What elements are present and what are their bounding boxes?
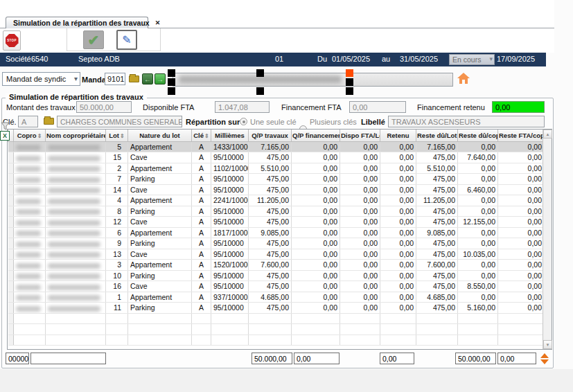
header-cle[interactable]: Clé⇕ (192, 130, 211, 141)
spinner-down-icon[interactable] (540, 359, 549, 364)
lots-table-body: 5 Appartement A 1433/10000 7.165,00 0,00… (8, 141, 545, 346)
tab-close-icon[interactable]: ✕ (155, 19, 161, 26)
table-scrollbar[interactable]: ▲ ▼ (543, 130, 552, 349)
cell-cle: A (192, 195, 211, 206)
header-qp-travaux[interactable]: Q/P travaux (249, 130, 292, 141)
table-row[interactable] (8, 335, 545, 346)
header-nature-du-lot[interactable]: Nature du lot (128, 130, 192, 141)
selection-handle-top-right[interactable] (346, 69, 353, 77)
table-row[interactable]: 3 Appartement A 1520/10000 7.600,00 0,00… (8, 260, 545, 271)
selection-handle-mid-left[interactable] (168, 78, 175, 86)
table-row[interactable]: 9 Parking A 95/10000 475,00 0,00 0,00 0,… (8, 238, 545, 249)
libelle-field[interactable]: TRAVAUX ASCENSEURS (388, 116, 545, 127)
financement-retenu-field[interactable]: 0,00 (492, 101, 545, 113)
header-retenu[interactable]: Retenu (380, 130, 416, 141)
cell-cle: A (192, 141, 211, 152)
redacted-copro-code (16, 231, 41, 236)
cell-dispo-fta-lot (340, 313, 380, 324)
table-row[interactable]: 12 Cave A 95/10000 475,00 0,00 0,00 0,00… (8, 217, 545, 228)
cell-dispo-fta-lot: 0,00 (340, 227, 380, 238)
cell-lot (106, 313, 128, 324)
table-row[interactable]: 10 Parking A 95/10000 475,00 0,00 0,00 0… (8, 270, 545, 281)
cell-nom-coproprietaire (46, 260, 106, 271)
cell-retenu (380, 313, 416, 324)
table-row[interactable] (8, 324, 545, 335)
table-row[interactable]: 15 Cave A 95/10000 475,00 0,00 0,00 0,00… (8, 152, 545, 163)
edit-button[interactable]: ✎ (116, 30, 137, 50)
header-milliemes[interactable]: Millièmes (211, 130, 249, 141)
cell-reste-du-lot: 475,00 (416, 303, 458, 314)
disponible-fta-field[interactable]: 1.047,08 (215, 101, 270, 113)
table-row[interactable]: 5 Appartement A 1433/10000 7.165,00 0,00… (8, 141, 545, 152)
table-row[interactable]: 1 Appartement A 937/10000 4.685,00 0,00 … (8, 292, 545, 303)
header-reste-du-cop[interactable]: Reste dû/cop (458, 130, 498, 141)
cell-reste-du-lot: 4.685,00 (416, 292, 458, 303)
header-lot[interactable]: Lot⇕ (106, 130, 128, 141)
table-row[interactable]: 7 Parking A 95/10000 475,00 0,00 0,00 0,… (8, 174, 545, 185)
status-select[interactable]: En cours ▾ (449, 54, 495, 65)
table-row[interactable]: 14 Cave A 95/10000 475,00 0,00 0,00 0,00… (8, 184, 545, 195)
tab-simulation-repartition[interactable]: Simulation de la répartition des travaux… (6, 17, 148, 28)
row-selector-cell (8, 249, 14, 260)
footer-spinner[interactable] (540, 352, 549, 366)
previous-mandat-button[interactable]: ← (142, 73, 153, 84)
radio-une-seule-cle[interactable] (240, 118, 247, 125)
table-row[interactable]: 16 Cave A 95/10000 475,00 0,00 0,00 0,00… (8, 281, 545, 292)
header-nom-coproprietaire[interactable]: Nom copropriétaire⇕ (46, 130, 106, 141)
cle-code-field[interactable]: A (18, 116, 38, 127)
table-row[interactable] (8, 313, 545, 324)
folder-icon (129, 75, 139, 82)
cell-reste-du-lot: 475,00 (416, 249, 458, 260)
scroll-up-icon[interactable]: ▲ (543, 130, 552, 139)
repartition-label: Répartition sur (186, 118, 240, 126)
mandat-number-input[interactable]: 9101 (105, 73, 125, 85)
table-row[interactable]: 6 Appartement A 1817/10000 9.085,00 0,00… (8, 227, 545, 238)
cell-dispo-fta-lot: 0,00 (340, 152, 380, 163)
cell-copro (14, 313, 46, 324)
mandat-browse-button[interactable] (127, 73, 141, 85)
cell-nature-du-lot: Parking (128, 206, 192, 217)
header-copro[interactable]: Copro⇕ (14, 130, 46, 141)
cle-browse-button[interactable] (42, 115, 55, 127)
cell-cle: A (192, 281, 211, 292)
cell-qp-travaux: 7.165,00 (249, 141, 292, 152)
selection-handle-top-left[interactable] (168, 69, 175, 77)
selection-handle-bottom-left[interactable] (168, 87, 175, 95)
footer-name-field[interactable] (30, 353, 106, 364)
selection-handle-bottom-mid[interactable] (256, 87, 264, 95)
table-row[interactable]: 13 Cave A 95/10000 475,00 0,00 0,00 0,00… (8, 249, 545, 260)
cell-milliemes (211, 324, 249, 335)
home-button[interactable] (456, 71, 471, 86)
header-reste-fta-cop[interactable]: Reste FTA/cop (498, 130, 545, 141)
spinner-up-icon[interactable] (540, 353, 549, 358)
next-mandat-button[interactable]: → (155, 73, 166, 84)
table-row[interactable]: 2 Appartement A 1102/10000 5.510,00 0,00… (8, 163, 545, 174)
scroll-down-icon[interactable]: ▼ (543, 340, 552, 349)
export-excel-button[interactable]: X (0, 131, 10, 141)
cell-reste-du-cop: 0,00 (458, 227, 498, 238)
header-dispo-fta-lot[interactable]: Dispo FTA/Lot (340, 130, 380, 141)
validate-button[interactable]: ✔ (83, 30, 104, 49)
lots-table: Copro⇕ Nom copropriétaire⇕ Lot⇕ Nature d… (8, 130, 545, 346)
cell-qp-financement: 0,00 (292, 163, 340, 174)
cell-cle: A (192, 163, 211, 174)
cell-copro (14, 335, 46, 346)
row-selector-cell (8, 313, 14, 324)
selection-handle-top-mid[interactable] (256, 69, 264, 77)
radio-plusieurs-cles-label: Plusieurs clés (310, 118, 357, 126)
financement-fta-field[interactable]: 0,00 (349, 101, 406, 113)
cell-qp-financement: 0,00 (292, 292, 340, 303)
header-reste-du-lot[interactable]: Reste dû/Lot (416, 130, 458, 141)
selection-handle-bottom-right[interactable] (346, 87, 353, 95)
cell-retenu: 0,00 (380, 292, 416, 303)
montant-field[interactable]: 50.000,00 (76, 101, 132, 113)
table-row[interactable]: 4 Appartement A 2241/10000 11.205,00 0,0… (8, 195, 545, 206)
stop-button[interactable]: STOP (3, 30, 21, 51)
mandat-type-select[interactable]: Mandat de syndic ▾ (2, 72, 80, 86)
table-row[interactable]: 8 Parking A 95/10000 475,00 0,00 0,00 0,… (8, 206, 545, 217)
selection-handle-mid-right[interactable] (346, 78, 353, 86)
header-qp-financement[interactable]: Q/P financement (292, 130, 340, 141)
cell-nature-du-lot: Appartement (128, 163, 192, 174)
footer-code-field[interactable]: 00000 (6, 353, 29, 364)
table-row[interactable]: 11 Parking A 95/10000 475,00 0,00 0,00 0… (8, 303, 545, 314)
